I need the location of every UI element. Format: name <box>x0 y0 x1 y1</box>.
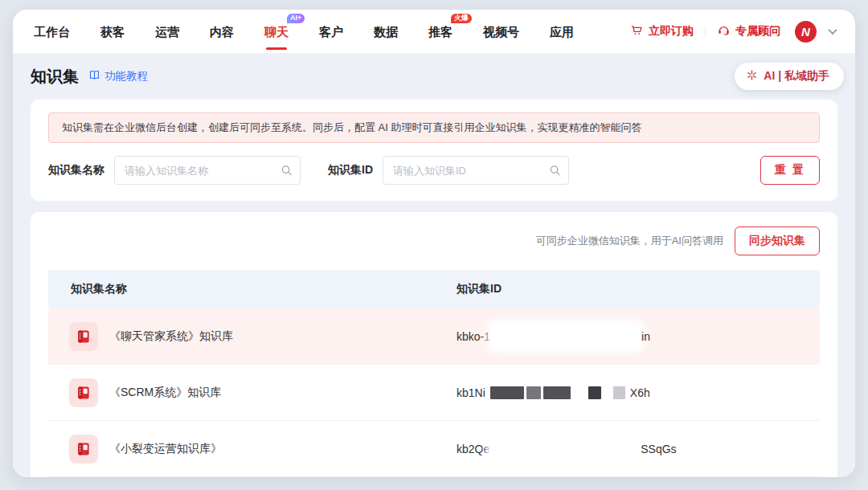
redaction-segment <box>490 386 524 399</box>
row-id-suffix: in <box>641 330 650 343</box>
top-nav: 工作台 获客 运营 内容 聊天 AI+ 客户 数据 推客 火爆 视频号 应用 <box>13 10 855 53</box>
order-now-link[interactable]: 立即订购 <box>630 23 694 39</box>
sync-row: 可同步企业微信知识集，用于AI问答调用 同步知识集 <box>48 227 820 255</box>
notebook-icon <box>69 435 98 463</box>
filter-group-name: 知识集名称 <box>48 156 301 185</box>
sync-button[interactable]: 同步知识集 <box>735 227 820 255</box>
ai-assistant-label: AI | 私域助手 <box>764 69 829 84</box>
row-name-cell: 《聊天管家系统》知识库 <box>48 322 434 351</box>
headset-icon <box>717 23 731 39</box>
order-now-label: 立即订购 <box>649 24 694 39</box>
row-id-cell: kb1Ni X6h <box>434 386 820 399</box>
row-id-cell: kbko-1 in <box>434 326 820 347</box>
redaction-block <box>493 439 637 459</box>
name-search-input[interactable] <box>114 156 301 185</box>
nav-right: 立即订购 专属顾问 N <box>630 21 836 43</box>
page-content: 知识集 功能教程 AI | 私域助手 <box>13 53 855 477</box>
row-name-cell: 《SCRM系统》知识库 <box>48 378 434 407</box>
column-header-id: 知识集ID <box>434 282 820 296</box>
chevron-down-icon[interactable] <box>828 26 837 35</box>
row-id-suffix: SSqGs <box>641 443 676 455</box>
filters-card: 知识集需在企业微信后台创建，创建后可同步至系统。同步后，配置 AI 助理时可直接… <box>31 100 837 201</box>
nav-item-8[interactable]: 推客 火爆 <box>427 11 454 51</box>
row-name-cell: 《小裂变运营知识库》 <box>48 435 434 463</box>
nav-item-9[interactable]: 视频号 <box>481 11 521 51</box>
advisor-label: 专属顾问 <box>735 24 780 39</box>
nav-item-5[interactable]: 聊天 AI+ <box>263 11 290 51</box>
tutorial-link[interactable]: 功能教程 <box>88 69 148 84</box>
table-row[interactable]: 《SCRM系统》知识库 kb1Ni X6h <box>48 365 820 421</box>
row-name: 《小裂变运营知识库》 <box>109 442 222 456</box>
notebook-icon <box>69 322 98 351</box>
redaction-segment <box>588 386 601 399</box>
table-card: 可同步企业微信知识集，用于AI问答调用 同步知识集 知识集名称 知识集ID <box>31 212 837 477</box>
redaction-segment <box>526 386 541 399</box>
table-row[interactable]: 《小裂变运营知识库》 kb2Qe SSqGs <box>48 421 820 477</box>
search-icon <box>549 165 561 177</box>
nav-badge: 火爆 <box>451 14 472 23</box>
row-id-prefix: kb1Ni <box>457 386 485 399</box>
column-header-name: 知识集名称 <box>48 282 434 296</box>
advisor-link[interactable]: 专属顾问 <box>717 23 780 39</box>
row-name: 《聊天管家系统》知识库 <box>109 329 233 344</box>
nav-item-6[interactable]: 客户 <box>317 11 345 51</box>
row-name: 《SCRM系统》知识库 <box>109 386 221 400</box>
knowledge-table: 知识集名称 知识集ID 《聊天管家系统》知识库 kbko-1 <box>48 270 820 477</box>
app-window: 工作台 获客 运营 内容 聊天 AI+ 客户 数据 推客 火爆 视频号 应用 <box>13 10 855 477</box>
ai-spark-icon <box>746 69 758 84</box>
filter-row: 知识集名称 知识集ID <box>48 156 820 185</box>
table-body: 《聊天管家系统》知识库 kbko-1 in 《SCRM系统》知识库 <box>48 308 820 477</box>
row-id-suffix: X6h <box>630 386 650 399</box>
redaction-block <box>493 326 638 347</box>
page-title: 知识集 <box>31 66 79 88</box>
nav-divider <box>705 26 706 38</box>
page-header: 知识集 功能教程 AI | 私域助手 <box>31 53 837 100</box>
nav-badge: AI+ <box>287 14 305 23</box>
row-id-prefix: kb2Qe <box>457 443 489 455</box>
notice-bar: 知识集需在企业微信后台创建，创建后可同步至系统。同步后，配置 AI 助理时可直接… <box>48 112 820 143</box>
id-search-input[interactable] <box>383 156 569 185</box>
book-icon <box>88 69 100 84</box>
tutorial-label: 功能教程 <box>104 69 148 84</box>
nav-item-7[interactable]: 数据 <box>372 11 399 51</box>
row-id-cell: kb2Qe SSqGs <box>434 439 820 459</box>
name-filter-label: 知识集名称 <box>48 163 104 178</box>
table-header: 知识集名称 知识集ID <box>48 270 820 308</box>
nav-items: 工作台 获客 运营 内容 聊天 AI+ 客户 数据 推客 火爆 视频号 应用 <box>32 11 575 51</box>
nav-item-4[interactable]: 内容 <box>208 11 235 51</box>
ai-assistant-button[interactable]: AI | 私域助手 <box>735 63 844 90</box>
redaction-segment <box>543 386 571 399</box>
nav-item-2[interactable]: 获客 <box>99 11 126 51</box>
cart-icon <box>630 23 644 39</box>
nav-item-1[interactable]: 工作台 <box>32 11 72 51</box>
reset-button[interactable]: 重 置 <box>760 156 820 185</box>
id-filter-label: 知识集ID <box>328 163 373 178</box>
brand-logo[interactable]: N <box>795 21 817 43</box>
filter-group-id: 知识集ID <box>328 156 569 185</box>
nav-item-3[interactable]: 运营 <box>154 11 181 51</box>
notebook-icon <box>69 378 98 407</box>
search-icon <box>280 165 293 177</box>
redaction-block <box>490 386 625 399</box>
redaction-segment <box>613 386 625 399</box>
sync-hint: 可同步企业微信知识集，用于AI问答调用 <box>536 234 723 248</box>
table-row[interactable]: 《聊天管家系统》知识库 kbko-1 in <box>48 308 820 365</box>
row-id-prefix: kbko-1 <box>457 330 490 343</box>
nav-item-10[interactable]: 应用 <box>548 11 575 51</box>
